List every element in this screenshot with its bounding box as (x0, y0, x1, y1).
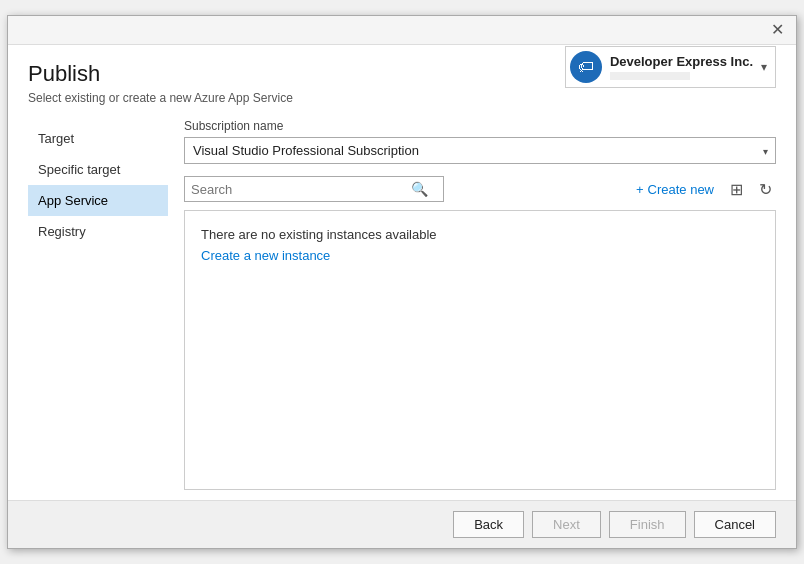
search-input[interactable] (191, 182, 411, 197)
user-icon: 🏷 (570, 51, 602, 83)
instances-panel: There are no existing instances availabl… (184, 210, 776, 490)
cancel-button[interactable]: Cancel (694, 511, 776, 538)
user-badge[interactable]: 🏷 Developer Express Inc. ▾ (565, 46, 776, 88)
dialog-body: Publish Select existing or create a new … (8, 45, 796, 500)
subscription-select-wrapper: Visual Studio Professional Subscription … (184, 137, 776, 164)
sidebar-item-target[interactable]: Target (28, 123, 168, 154)
dialog-subtitle: Select existing or create a new Azure Ap… (28, 91, 776, 105)
search-wrapper: 🔍 (184, 176, 444, 202)
user-info: Developer Express Inc. (610, 54, 753, 80)
create-new-instance-link[interactable]: Create a new instance (201, 248, 330, 263)
sidebar: Target Specific target App Service Regis… (28, 119, 168, 490)
next-button[interactable]: Next (532, 511, 601, 538)
subscription-select[interactable]: Visual Studio Professional Subscription (184, 137, 776, 164)
user-name: Developer Express Inc. (610, 54, 753, 69)
refresh-icon: ↻ (759, 181, 772, 198)
title-bar: ✕ (8, 16, 796, 45)
filter-icon-button[interactable]: ⊞ (726, 178, 747, 201)
toolbar-row: 🔍 + Create new ⊞ ↻ (184, 176, 776, 202)
publish-dialog: ✕ 🏷 Developer Express Inc. ▾ Publish Sel… (7, 15, 797, 549)
filter-icon: ⊞ (730, 181, 743, 198)
plus-icon: + (636, 182, 644, 197)
create-new-label: Create new (648, 182, 714, 197)
user-dropdown-icon[interactable]: ▾ (761, 60, 767, 74)
finish-button[interactable]: Finish (609, 511, 686, 538)
main-panel: Subscription name Visual Studio Professi… (168, 119, 776, 490)
user-subscription-blur (610, 72, 690, 80)
create-new-button[interactable]: + Create new (632, 180, 718, 199)
sidebar-item-specific-target[interactable]: Specific target (28, 154, 168, 185)
back-button[interactable]: Back (453, 511, 524, 538)
sidebar-item-registry[interactable]: Registry (28, 216, 168, 247)
search-icon: 🔍 (411, 181, 428, 197)
no-instances-text: There are no existing instances availabl… (201, 227, 759, 242)
dialog-footer: Back Next Finish Cancel (8, 500, 796, 548)
refresh-icon-button[interactable]: ↻ (755, 178, 776, 201)
subscription-label: Subscription name (184, 119, 776, 133)
close-button[interactable]: ✕ (769, 22, 786, 38)
sidebar-item-app-service[interactable]: App Service (28, 185, 168, 216)
content-area: Target Specific target App Service Regis… (28, 119, 776, 490)
